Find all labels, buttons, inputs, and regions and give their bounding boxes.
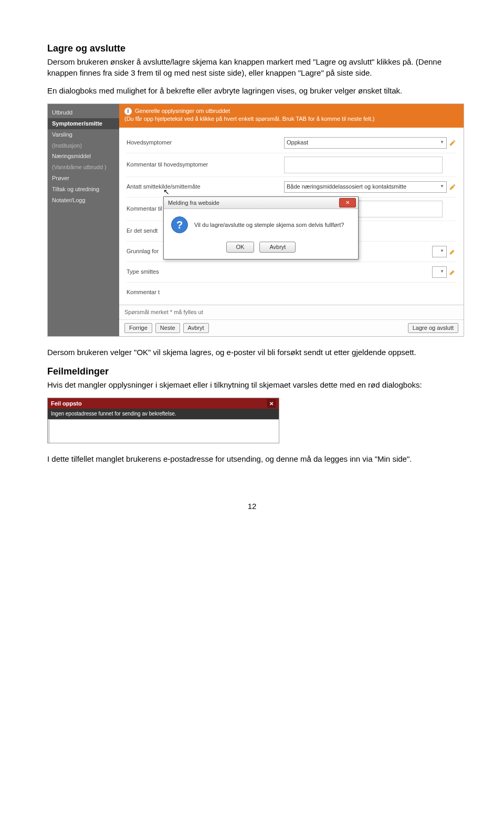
sidebar-item[interactable]: Tiltak og utredning [48, 184, 119, 195]
paragraph: I dette tilfellet manglet brukerens e-po… [47, 454, 457, 464]
edit-icon[interactable] [449, 248, 456, 255]
paragraph: Dersom brukeren ønsker å avslutte/lagre … [47, 57, 457, 78]
edit-icon[interactable] [449, 183, 456, 191]
sidebar: Utbrudd Symptomer/smitte Varsling (Insti… [48, 104, 119, 336]
hovedsymptomer-select[interactable]: Oppkast▼ [284, 137, 447, 149]
paragraph: Hvis det mangler opplysninger i skjemaet… [47, 380, 457, 390]
confirm-dialog: Melding fra webside ✕ ? Vil du lagre/avs… [163, 196, 359, 259]
edit-icon[interactable] [449, 139, 456, 147]
dialog-title: Melding fra webside [168, 199, 219, 207]
screenshot-form-dialog: Utbrudd Symptomer/smitte Varsling (Insti… [47, 103, 464, 336]
form-banner: i Generelle opplysninger om utbruddet (D… [119, 104, 464, 128]
info-icon: i [124, 108, 132, 115]
lagre-og-avslutt-button[interactable]: Lagre og avslutt [408, 323, 458, 333]
field-label-truncated: Type smittes [127, 268, 284, 276]
error-message: Ingen epostadresse funnet for sending av… [48, 409, 279, 419]
sidebar-item[interactable]: Prøver [48, 173, 119, 184]
sidebar-item-disabled: (Institusjon) [48, 140, 119, 151]
banner-subtitle: (Du får opp hjelpetekst ved å klikke på … [124, 115, 458, 123]
heading-lagre-og-avslutte: Lagre og avslutte [47, 42, 457, 55]
screenshot-error: Feil oppsto ✕ Ingen epostadresse funnet … [47, 398, 278, 443]
dialog-message: Vil du lagre/avslutte og stemple skjema … [194, 221, 344, 229]
error-title: Feil oppsto [51, 400, 82, 408]
ok-button[interactable]: OK [226, 242, 255, 253]
sidebar-item-selected[interactable]: Symptomer/smitte [48, 118, 119, 129]
sidebar-item[interactable]: Notater/Logg [48, 195, 119, 206]
forrige-button[interactable]: Forrige [124, 323, 152, 333]
banner-title: Generelle opplysninger om utbruddet [135, 107, 230, 115]
sidebar-item[interactable]: Varsling [48, 129, 119, 140]
select-value: Oppkast [287, 139, 308, 147]
paragraph: Dersom brukeren velger "OK" vil skjema l… [47, 347, 457, 358]
field-label: Hovedsymptomer [127, 139, 284, 147]
avbryt-button[interactable]: Avbryt [183, 323, 209, 333]
sidebar-item-disabled: (Vannbårne utbrudd ) [48, 162, 119, 173]
select-partial[interactable]: ▼ [432, 266, 447, 278]
field-label-truncated: Kommentar t [127, 288, 284, 296]
sidebar-item[interactable]: Utbrudd [48, 107, 119, 118]
question-icon: ? [171, 216, 188, 233]
sidebar-item[interactable]: Næringsmiddel [48, 151, 119, 162]
edit-icon[interactable] [449, 268, 456, 276]
heading-feilmeldinger: Feilmeldinger [47, 365, 457, 378]
paragraph: En dialogboks med mulighet for å bekreft… [47, 86, 457, 96]
select-value: Både næringsmiddelassosiert og kontaktsm… [287, 183, 406, 191]
required-note: Spørsmål merket * må fylles ut [124, 308, 203, 316]
select-partial[interactable]: ▼ [432, 246, 447, 257]
avbryt-button[interactable]: Avbryt [259, 242, 296, 253]
cursor-icon: ↖ [163, 187, 170, 197]
field-label: Kommentar til hovedsymptomer [127, 161, 284, 169]
close-icon[interactable]: ✕ [339, 198, 356, 207]
kommentar-hovedsymptomer-input[interactable] [284, 157, 443, 173]
close-icon[interactable]: ✕ [267, 399, 276, 408]
field-label: Antatt smittekilde/smittemåte [127, 183, 284, 191]
page-number: 12 [47, 501, 457, 512]
smittekilde-select[interactable]: Både næringsmiddelassosiert og kontaktsm… [284, 181, 447, 193]
neste-button[interactable]: Neste [155, 323, 180, 333]
error-body [48, 419, 279, 443]
